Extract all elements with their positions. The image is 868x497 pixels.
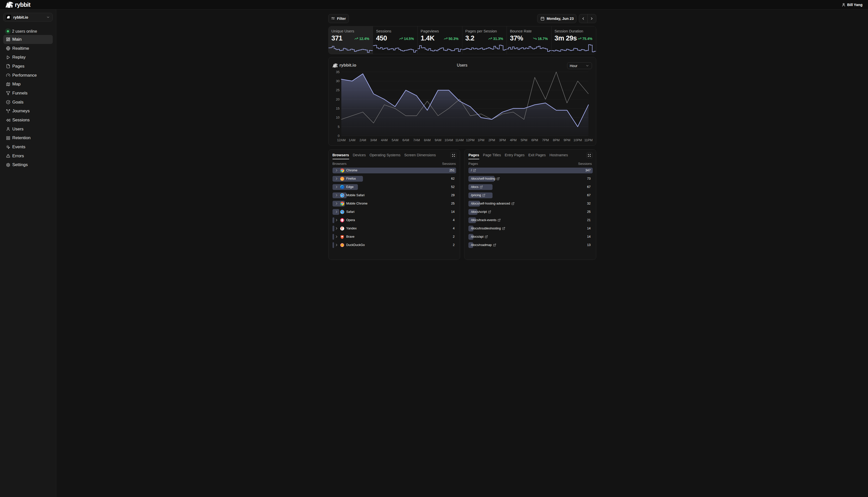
svg-text:30: 30 — [336, 79, 339, 83]
svg-text:25: 25 — [336, 88, 339, 92]
svg-text:8AM: 8AM — [424, 138, 431, 142]
svg-text:35: 35 — [336, 70, 339, 74]
svg-text:20: 20 — [336, 98, 339, 101]
svg-text:2AM: 2AM — [359, 138, 366, 142]
svg-text:0: 0 — [337, 134, 339, 138]
svg-text:1AM: 1AM — [349, 138, 356, 142]
svg-text:7AM: 7AM — [413, 138, 420, 142]
svg-text:5AM: 5AM — [392, 138, 398, 142]
svg-text:6AM: 6AM — [402, 138, 409, 142]
svg-text:12AM: 12AM — [337, 138, 346, 142]
svg-text:3AM: 3AM — [370, 138, 377, 142]
svg-text:10: 10 — [336, 116, 339, 119]
svg-text:5: 5 — [337, 125, 339, 129]
svg-text:15: 15 — [336, 106, 339, 110]
svg-text:4AM: 4AM — [381, 138, 388, 142]
